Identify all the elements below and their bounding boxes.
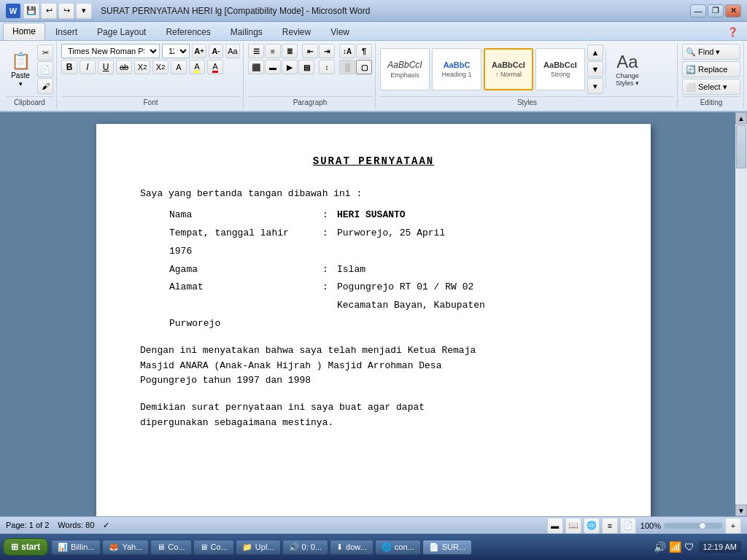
tab-home[interactable]: Home: [3, 23, 45, 40]
help-btn[interactable]: ❓: [721, 24, 744, 40]
subscript-button[interactable]: X2: [134, 60, 150, 74]
window-title: SURAT PERNYATAAN HERI lg [Compatibility …: [101, 6, 370, 16]
taskbar-cmd1[interactable]: 🖥 Co...: [150, 540, 191, 555]
taskbar-yahoo[interactable]: 🦊 Yah...: [102, 540, 149, 555]
editing-buttons: 🔍 Find ▾ 🔄 Replace ⬜ Select ▾: [682, 44, 740, 95]
style-normal[interactable]: AaBbCcI ↑ Normal: [484, 48, 533, 90]
taskbar-download[interactable]: ⬇ dow...: [330, 540, 374, 555]
style-heading1-preview: AaBbC: [444, 61, 471, 69]
tab-view[interactable]: View: [321, 23, 359, 40]
format-painter-button[interactable]: 🖌: [37, 78, 53, 94]
taskbar-cmd2[interactable]: 🖥 Co...: [193, 540, 234, 555]
taskbar: ⊞ start 📊 Billin... 🦊 Yah... 🖥 Co... 🖥 C…: [0, 534, 747, 560]
tab-page-layout[interactable]: Page Layout: [88, 23, 155, 40]
redo-quick-btn[interactable]: ↪: [58, 3, 74, 19]
tab-mailings[interactable]: Mailings: [221, 23, 272, 40]
decrease-font-btn[interactable]: A-: [209, 44, 223, 58]
line-spacing-btn[interactable]: ↕: [319, 60, 335, 74]
zoom-thumb[interactable]: [699, 522, 706, 529]
justify-btn[interactable]: ▤: [298, 60, 314, 74]
bullets-btn[interactable]: ☰: [248, 44, 264, 58]
taskbar-word[interactable]: 📄 SUR...: [422, 540, 472, 555]
save-quick-btn[interactable]: 💾: [23, 3, 39, 19]
italic-button[interactable]: I: [80, 60, 96, 74]
draft-btn[interactable]: 📄: [620, 518, 636, 534]
copy-button[interactable]: 📄: [37, 61, 53, 77]
sort-btn[interactable]: ↕A: [339, 44, 355, 58]
zoom-slider[interactable]: [664, 523, 722, 529]
paste-button[interactable]: 📋 Paste ▾: [6, 44, 35, 95]
styles-more-btn[interactable]: ▾: [587, 78, 603, 94]
field-nama-sep: :: [322, 208, 337, 223]
align-right-btn[interactable]: ▶: [282, 60, 298, 74]
scroll-track[interactable]: [735, 124, 747, 505]
underline-button[interactable]: U: [98, 60, 114, 74]
window-controls: — ❐ ✕: [690, 4, 741, 18]
page-info: Page: 1 of 2: [6, 521, 49, 530]
field-kecamatan: Kecamatan Bayan, Kabupaten: [169, 298, 607, 314]
replace-button[interactable]: 🔄 Replace: [682, 61, 740, 77]
web-layout-btn[interactable]: 🌐: [584, 518, 600, 534]
show-para-btn[interactable]: ¶: [356, 44, 372, 58]
scroll-thumb[interactable]: [736, 125, 746, 168]
multilevel-btn[interactable]: ≣: [282, 44, 298, 58]
field-ttl-sep: :: [322, 226, 337, 241]
taskbar-items: 📊 Billin... 🦊 Yah... 🖥 Co... 🖥 Co... 📁 U…: [51, 540, 648, 555]
scroll-down-btn[interactable]: ▼: [735, 505, 747, 516]
font-size-select[interactable]: 12: [162, 44, 190, 58]
style-emphasis[interactable]: AaBbCcI Emphasis: [380, 48, 430, 90]
taskbar-billing[interactable]: 📊 Billin...: [51, 540, 101, 555]
superscript-button[interactable]: X2: [152, 60, 169, 74]
scroll-up-btn[interactable]: ▲: [735, 112, 747, 124]
taskbar-audio[interactable]: 🔊 0: 0...: [282, 540, 329, 555]
bold-button[interactable]: B: [61, 60, 77, 74]
shading-btn[interactable]: ░: [339, 60, 355, 74]
increase-indent-btn[interactable]: ⇥: [319, 44, 335, 58]
change-styles-label: ChangeStyles ▾: [616, 72, 639, 87]
numbering-btn[interactable]: ≡: [265, 44, 281, 58]
start-button[interactable]: ⊞ start: [3, 538, 48, 556]
find-button[interactable]: 🔍 Find ▾: [682, 44, 740, 60]
print-layout-btn[interactable]: ▬: [547, 518, 563, 534]
taskbar-upload[interactable]: 📁 Upl...: [236, 540, 281, 555]
qa-menu-btn[interactable]: ▾: [76, 3, 92, 19]
outline-btn[interactable]: ≡: [602, 518, 618, 534]
highlight-btn[interactable]: A: [189, 60, 205, 74]
paste-dropdown[interactable]: ▾: [19, 80, 23, 88]
editing-content: 🔍 Find ▾ 🔄 Replace ⬜ Select ▾: [682, 44, 740, 95]
select-button[interactable]: ⬜ Select ▾: [682, 79, 740, 95]
close-btn[interactable]: ✕: [725, 4, 741, 18]
taskbar-connect[interactable]: 🌐 con...: [375, 540, 421, 555]
clear-format-btn[interactable]: Aa: [225, 44, 240, 58]
tab-review[interactable]: Review: [273, 23, 320, 40]
increase-font-btn[interactable]: A+: [192, 44, 206, 58]
border-btn[interactable]: ▢: [356, 60, 372, 74]
style-emphasis-label: Emphasis: [390, 71, 419, 79]
minimize-btn[interactable]: —: [690, 4, 706, 18]
app-icon: W: [6, 4, 20, 18]
zoom-in-btn[interactable]: +: [725, 518, 741, 534]
font-color-btn[interactable]: A: [207, 60, 223, 74]
tab-references[interactable]: References: [156, 23, 220, 40]
decrease-indent-btn[interactable]: ⇤: [302, 44, 318, 58]
cut-button[interactable]: ✂: [37, 44, 53, 61]
font-family-select[interactable]: Times New Roman PS M: [61, 44, 160, 58]
tab-insert[interactable]: Insert: [46, 23, 87, 40]
align-center-btn[interactable]: ▬: [265, 60, 281, 74]
paragraph-content: ☰ ≡ ≣ ⇤ ⇥ ↕A ¶ ⬛ ▬ ▶ ▤ ↕ ░ ▢: [248, 44, 372, 95]
style-heading1[interactable]: AaBbC Heading 1: [432, 48, 481, 90]
full-reading-btn[interactable]: 📖: [565, 518, 581, 534]
strikethrough-button[interactable]: ab: [116, 60, 132, 74]
styles-scroll-down[interactable]: ▼: [587, 61, 603, 77]
restore-btn[interactable]: ❐: [708, 4, 724, 18]
undo-quick-btn[interactable]: ↩: [41, 3, 57, 19]
align-left-btn[interactable]: ⬛: [248, 60, 264, 74]
change-styles-button[interactable]: Aa ChangeStyles ▾: [609, 50, 646, 88]
body1-line3: Pogungrejo tahun 1997 dan 1998: [140, 373, 607, 389]
styles-scroll-up[interactable]: ▲: [587, 44, 603, 61]
windows-icon: ⊞: [11, 542, 18, 552]
text-effect-btn[interactable]: A: [171, 60, 187, 74]
select-icon: ⬜: [686, 82, 696, 92]
style-strong[interactable]: AaBbCcI Strong: [535, 48, 585, 90]
style-normal-preview: AaBbCcI: [492, 61, 525, 69]
